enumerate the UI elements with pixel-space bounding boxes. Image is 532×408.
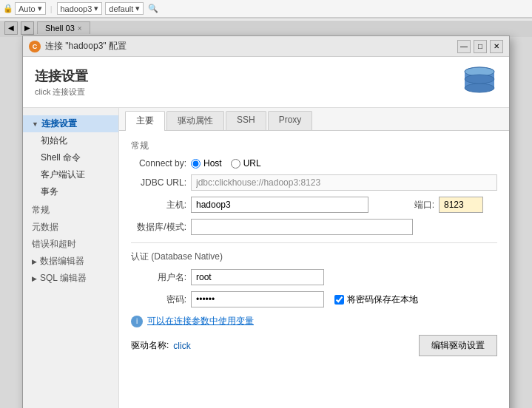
sidebar-init-label: 初始化 [41, 135, 67, 147]
sidebar-item-client-auth[interactable]: 客户端认证 [23, 166, 118, 183]
tab-main-label: 主要 [136, 115, 154, 126]
tab-proxy-label: Proxy [279, 115, 302, 125]
info-link[interactable]: 可以在连接参数中使用变量 [147, 315, 254, 327]
host-port-row: 主机: 端口: [131, 197, 497, 213]
sidebar-item-meta[interactable]: 元数据 [23, 219, 118, 236]
dialog-body: ▼ 连接设置 初始化 Shell 命令 客户端认证 事务 [23, 108, 509, 408]
driver-left: 驱动名称: click [131, 339, 191, 352]
toolbar-connection-label: hadoop3 [61, 4, 92, 13]
dialog-title-icon: C [29, 41, 41, 52]
dialog-header-sub: click 连接设置 [35, 86, 88, 98]
sidebar-item-init[interactable]: 初始化 [23, 132, 118, 149]
radio-url[interactable]: URL [231, 158, 261, 169]
tab-proxy[interactable]: Proxy [268, 111, 313, 130]
sidebar-item-sql-editor[interactable]: ▶ SQL 编辑器 [23, 270, 118, 287]
toolbar-separator: | [50, 4, 53, 13]
sidebar-item-data-editor[interactable]: ▶ 数据编辑器 [23, 253, 118, 270]
sidebar-affairs-label: 事务 [41, 186, 58, 198]
toolbar-lock-icon: 🔒 [3, 4, 13, 13]
minimize-button[interactable]: — [457, 40, 471, 53]
connect-by-radio-group: Host URL [191, 158, 261, 169]
section-divider [131, 242, 497, 243]
radio-url-input[interactable] [231, 159, 240, 169]
connect-by-label: Connect by: [131, 158, 186, 169]
sidebar-item-affairs[interactable]: 事务 [23, 183, 118, 200]
save-password-label: 将密码保存在本地 [347, 293, 418, 306]
driver-name-label: 驱动名称: [131, 339, 169, 352]
toolbar-mode-label: Auto [18, 4, 36, 13]
db-label: 数据库/模式: [131, 221, 186, 234]
dialog-title-text: 连接 "hadoop3" 配置 [45, 40, 127, 52]
dropdown-conn-arrow-icon: ▾ [94, 4, 98, 13]
sidebar-meta-label: 元数据 [32, 221, 58, 234]
expand-arrow-icon: ▼ [32, 120, 38, 128]
toolbar-connection-dropdown[interactable]: hadoop3 ▾ [57, 2, 103, 15]
sidebar-data-editor-label: 数据编辑器 [40, 255, 84, 268]
radio-host-label: Host [203, 158, 222, 169]
host-input[interactable] [191, 197, 368, 213]
dialog-header-info: 连接设置 click 连接设置 [35, 67, 88, 98]
jdbc-url-row: JDBC URL: [131, 174, 497, 191]
tab-main[interactable]: 主要 [125, 111, 165, 131]
password-input[interactable] [191, 291, 324, 307]
maximize-button[interactable]: □ [474, 40, 487, 53]
main-content-area: 主要 驱动属性 SSH Proxy 常规 [119, 108, 509, 408]
form-body: 常规 Connect by: Host URL [119, 131, 509, 408]
jdbc-url-label: JDBC URL: [131, 177, 186, 188]
connect-by-row: Connect by: Host URL [131, 158, 497, 169]
port-label: 端口: [379, 199, 434, 211]
toolbar-schema-label: default [109, 4, 133, 13]
tab-bar: 主要 驱动属性 SSH Proxy [119, 108, 509, 131]
titlebar-controls: — □ ✕ [457, 40, 503, 53]
toolbar-search-icon[interactable]: 🔍 [148, 4, 158, 13]
dialog-header-title: 连接设置 [35, 67, 88, 85]
username-input[interactable] [191, 269, 324, 285]
close-button[interactable]: ✕ [490, 40, 503, 53]
dialog-title-area: C 连接 "hadoop3" 配置 [29, 40, 127, 52]
sidebar-general-label: 常规 [32, 204, 50, 217]
expand-data-editor-icon: ▶ [32, 258, 37, 265]
toolbar-schema-dropdown[interactable]: default ▾ [105, 2, 144, 15]
sidebar-shell-cmd-label: Shell 命令 [41, 152, 81, 164]
auth-section-title: 认证 (Database Native) [131, 251, 497, 263]
jdbc-url-input[interactable] [191, 174, 497, 191]
tab-driver-props[interactable]: 驱动属性 [166, 111, 224, 130]
expand-sql-editor-icon: ▶ [32, 275, 37, 282]
radio-url-label: URL [243, 158, 261, 169]
sidebar-item-general[interactable]: 常规 [23, 202, 118, 219]
sidebar-item-shell-cmd[interactable]: Shell 命令 [23, 149, 118, 166]
username-row: 用户名: [131, 269, 497, 285]
info-row: i 可以在连接参数中使用变量 [131, 315, 497, 327]
radio-host-input[interactable] [191, 159, 201, 169]
sidebar-error-timeout-label: 错误和超时 [32, 238, 76, 251]
sidebar-client-auth-label: 客户端认证 [41, 169, 85, 181]
edit-driver-button[interactable]: 编辑驱动设置 [419, 335, 497, 356]
port-input[interactable] [439, 197, 483, 213]
svg-point-4 [465, 75, 494, 84]
tab-driver-props-label: 驱动属性 [178, 115, 213, 126]
database-icon [462, 66, 497, 98]
sidebar-item-conn-settings[interactable]: ▼ 连接设置 [23, 115, 118, 132]
toolbar: 🔒 Auto ▾ | hadoop3 ▾ default ▾ 🔍 [0, 0, 532, 18]
radio-host[interactable]: Host [191, 158, 222, 169]
toolbar-mode-dropdown[interactable]: Auto ▾ [15, 2, 46, 15]
dropdown-arrow-icon: ▾ [38, 4, 42, 13]
password-row: 密码: 将密码保存在本地 [131, 291, 497, 307]
tab-ssh-label: SSH [237, 115, 255, 125]
username-label: 用户名: [131, 271, 186, 284]
sidebar-sql-editor-label: SQL 编辑器 [40, 272, 87, 285]
db-schema-row: 数据库/模式: [131, 219, 497, 235]
sidebar-item-error-timeout[interactable]: 错误和超时 [23, 236, 118, 253]
db-input[interactable] [191, 219, 413, 235]
sidebar-section-conn: ▼ 连接设置 初始化 Shell 命令 客户端认证 事务 [23, 114, 118, 202]
section-general-title: 常规 [131, 140, 497, 152]
driver-row: 驱动名称: click 编辑驱动设置 [131, 335, 497, 356]
tab-ssh[interactable]: SSH [226, 111, 266, 130]
host-label: 主机: [131, 199, 186, 211]
sidebar-conn-settings-label: 连接设置 [41, 118, 77, 130]
save-password-row: 将密码保存在本地 [334, 293, 418, 306]
save-password-checkbox[interactable] [334, 295, 344, 305]
svg-point-2 [465, 84, 494, 92]
driver-name-value: click [173, 341, 190, 351]
dialog-overlay: C 连接 "hadoop3" 配置 — □ ✕ 连接设置 click 连接设置 [0, 21, 532, 408]
